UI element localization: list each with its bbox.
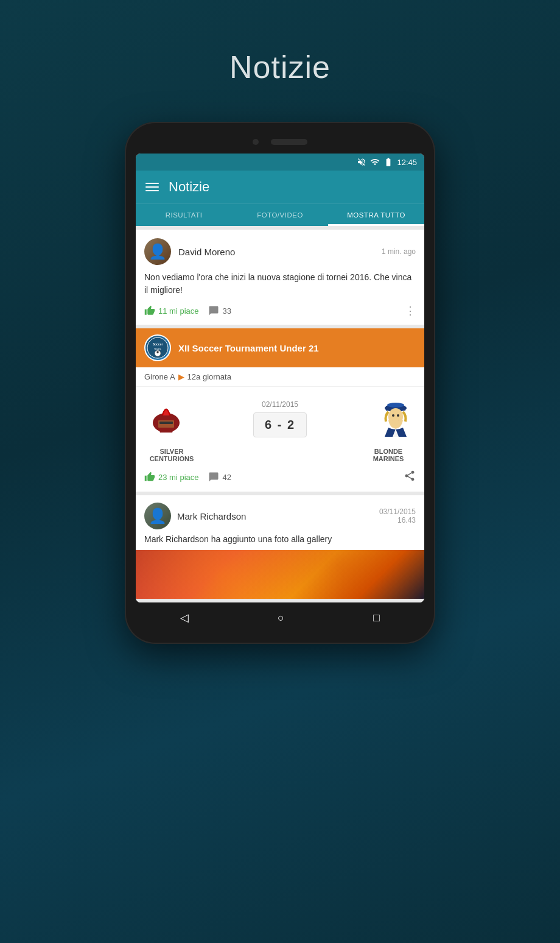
post-time-david: 1 min. ago [382,247,416,256]
post-actions-david: 11 mi piace 33 ⋮ [144,304,416,317]
match-group: Girone A [144,372,175,381]
mark-header-left: Mark Richardson [144,503,246,529]
match-comment-count: 42 [222,473,231,482]
svg-point-12 [392,414,394,417]
svg-rect-7 [159,422,173,424]
phone-bottom-nav: ◁ ○ □ [136,602,424,633]
match-actions: 23 mi piace 42 [144,470,416,484]
mark-time-block: 03/11/2015 16.43 [379,507,416,524]
signal-icon [370,157,380,167]
mark-date: 03/11/2015 [379,507,416,516]
page-background-title: Notizie [0,0,560,122]
mark-time: 16.43 [397,516,416,524]
comment-button-david[interactable]: 33 [208,305,231,316]
home-team-name: SILVER CENTURIONS [144,448,199,462]
away-team-logo [372,397,416,440]
status-bar: 12:45 [136,154,424,171]
phone-mockup: 12:45 Notizie RISULTATI FOTO/VIDEO MOSTR… [125,122,435,644]
match-score-row: 02/11/2015 6 - 2 [144,397,416,440]
app-bar: Notizie [136,171,424,203]
news-feed: David Moreno 1 min. ago Non vediamo l'or… [136,226,424,602]
match-subtitle-arrow: ▶ [178,372,184,381]
score-center: 02/11/2015 6 - 2 [253,400,307,437]
match-round: 12a giornata [187,372,231,381]
avatar-david [144,238,171,265]
mark-post-header: Mark Richardson 03/11/2015 16.43 [136,495,424,534]
phone-camera [253,139,259,145]
share-button-match[interactable] [404,470,416,484]
more-options-button-david[interactable]: ⋮ [405,304,416,317]
comment-count-david: 33 [222,306,231,316]
tournament-logo: Soccer Tourn. [144,334,171,361]
phone-speaker [271,139,307,145]
tabs-bar: RISULTATI FOTO/VIDEO MOSTRA TUTTO [136,203,424,226]
avatar-mark [144,503,171,529]
phone-top-notch [136,133,424,154]
away-team-name: BLONDE MARINES [361,448,416,462]
status-time: 12:45 [397,158,417,167]
back-button[interactable]: ◁ [180,611,189,624]
comment-button-match[interactable]: 42 [208,472,231,482]
tab-mostra-tutto[interactable]: MOSTRA TUTTO [328,204,424,226]
match-subtitle: Girone A ▶ 12a giornata [136,367,424,387]
team-names-row: SILVER CENTURIONS BLONDE MARINES [144,448,416,462]
status-icons: 12:45 [357,157,417,167]
recents-button[interactable]: □ [373,612,380,624]
mark-post-image [136,550,424,599]
like-button-match[interactable]: 23 mi piace [144,472,198,482]
post-header-david: David Moreno 1 min. ago [144,238,416,265]
app-bar-title: Notizie [169,179,209,195]
comment-icon-david [208,305,219,316]
tab-risultati[interactable]: RISULTATI [136,204,232,226]
post-card-david: David Moreno 1 min. ago Non vediamo l'or… [136,230,424,325]
svg-text:Soccer: Soccer [153,342,163,346]
hamburger-menu-button[interactable] [145,183,159,191]
match-card: Soccer Tourn. XII Soccer Tournament Unde… [136,328,424,492]
thumb-up-icon-david [144,305,155,316]
match-like-count: 23 mi piace [158,473,198,482]
match-body: 02/11/2015 6 - 2 [136,387,424,492]
home-button[interactable]: ○ [278,612,284,624]
poster-name-david: David Moreno [178,247,235,257]
svg-text:Tourn.: Tourn. [154,347,161,350]
thumb-up-icon-match [144,472,155,482]
svg-point-13 [397,414,399,417]
post-header-left-david: David Moreno [144,238,235,265]
tournament-name: XII Soccer Tournament Under 21 [178,343,319,353]
post-card-mark: Mark Richardson 03/11/2015 16.43 Mark Ri… [136,495,424,599]
mute-icon [357,157,366,167]
post-text-david: Non vediamo l'ora che inizi la nuova sta… [144,271,416,297]
battery-icon [383,157,393,167]
phone-screen: 12:45 Notizie RISULTATI FOTO/VIDEO MOSTR… [136,154,424,602]
comment-icon-match [208,472,219,482]
tab-foto-video[interactable]: FOTO/VIDEO [232,204,328,226]
match-date: 02/11/2015 [262,400,298,409]
tournament-logo-inner: Soccer Tourn. [145,336,170,360]
like-count-david: 11 mi piace [158,306,198,316]
share-icon-match [404,470,416,482]
poster-name-mark: Mark Richardson [177,511,246,521]
like-button-david[interactable]: 11 mi piace [144,305,198,316]
svg-point-10 [387,403,404,408]
score-box: 6 - 2 [253,412,307,437]
home-team-logo [144,397,188,440]
tournament-header: Soccer Tourn. XII Soccer Tournament Unde… [136,328,424,367]
mark-post-text: Mark Richardson ha aggiunto una foto all… [136,534,424,550]
